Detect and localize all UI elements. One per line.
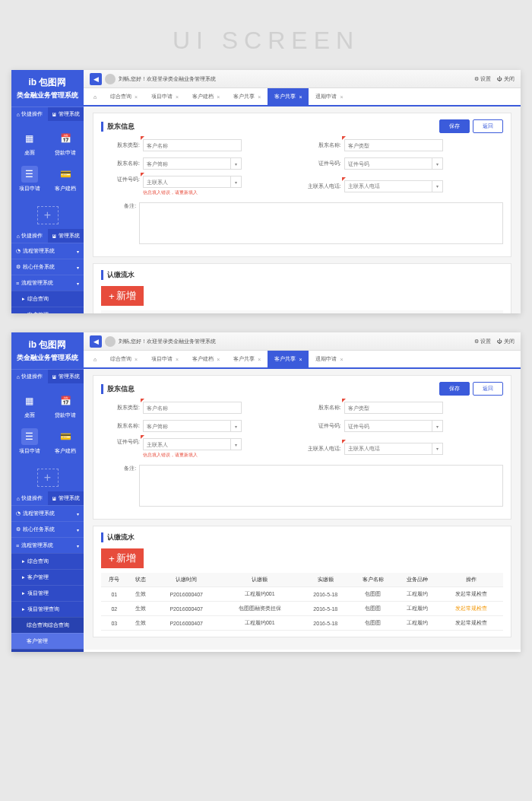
side-tab-mgmt-2[interactable]: 🖥管理系统 [48,491,84,505]
textarea-remark[interactable] [139,465,503,507]
close-icon[interactable]: × [258,94,261,100]
table-row[interactable]: 01生效P2016000407工程履约0012016-5-18包图图工程履约发起… [101,587,503,602]
icon-loan[interactable]: 📅贷款申请 [48,126,84,161]
tab-6[interactable]: 退期申请× [309,88,350,105]
menu-core[interactable]: ⚙核心任务系统▾ [11,521,84,537]
action-link[interactable]: 发起常规检查 [440,602,503,616]
action-link[interactable]: 发起常规检查 [440,616,503,631]
icon-loan[interactable]: 📅贷款申请 [48,388,84,424]
menu-process[interactable]: ◔流程管理系统▾ [11,505,84,521]
side-tab-quick[interactable]: ⌂快捷操作 [11,107,48,121]
close-icon[interactable]: × [217,357,220,362]
table-row[interactable]: 02生效P2016000407包图图融资类担保2016-5-18包图图工程履约发… [101,602,503,616]
back-button[interactable]: 返回 [473,382,503,396]
icon-project[interactable]: ☰项目申请 [11,161,48,197]
icon-desktop[interactable]: ▦桌面 [11,388,48,424]
tab-2[interactable]: 项目申请× [144,88,185,105]
close-icon[interactable]: × [340,357,343,362]
menu-process-mgmt[interactable]: ≡流程管理系统▾ [11,537,84,553]
menu-proj[interactable]: ▸项目管理 [11,585,84,601]
close-icon[interactable]: × [258,357,261,362]
close-link[interactable]: ⏻关闭 [497,338,515,345]
save-button[interactable]: 保存 [439,119,470,133]
back-button[interactable]: 返回 [473,119,503,133]
tab-4[interactable]: 客户共享× [226,351,268,367]
side-tab-mgmt-2[interactable]: 🖥管理系统 [48,229,84,243]
menu-core[interactable]: ⚙核心任务系统▾ [11,259,84,275]
tab-3[interactable]: 客户建档× [185,351,226,367]
tab-5[interactable]: 客户共享× [268,88,309,105]
settings-link[interactable]: ⚙设置 [474,338,491,345]
tab-1[interactable]: 综合查询× [103,88,144,105]
menu-process[interactable]: ◔流程管理系统▾ [11,243,84,259]
avatar[interactable] [105,74,116,84]
close-icon[interactable]: × [176,357,179,362]
tab-1[interactable]: 综合查询× [103,351,144,367]
close-icon[interactable]: × [340,94,343,100]
input-short[interactable] [143,420,231,432]
action-link[interactable]: 发起常规检查 [440,587,503,602]
chevron-down-icon[interactable]: ▾ [432,157,443,170]
chevron-down-icon[interactable]: ▾ [231,420,242,432]
tab-5[interactable]: 客户共享× [268,351,309,367]
side-tab-mgmt[interactable]: 🖥管理系统 [48,107,84,121]
tab-6[interactable]: 退期申请× [309,351,350,367]
home-button[interactable]: ◀ [90,73,102,85]
close-icon[interactable]: × [217,94,220,100]
home-button[interactable]: ◀ [90,335,102,348]
close-icon[interactable]: × [176,94,179,100]
menu-cust[interactable]: ▸客户管理 [11,307,84,313]
close-icon[interactable]: × [299,94,302,100]
input-short[interactable] [143,157,231,170]
icon-desktop[interactable]: ▦桌面 [11,126,48,161]
menu-cust[interactable]: ▸客户管理 [11,569,84,585]
add-shortcut[interactable]: + [37,469,59,487]
icon-customer[interactable]: 💳客户建档 [48,424,84,459]
chevron-down-icon[interactable]: ▾ [432,180,443,192]
menu-query[interactable]: ▸综合查询 [11,553,84,569]
chevron-down-icon[interactable]: ▾ [231,176,242,188]
input-cert[interactable] [344,157,432,170]
table-row[interactable]: 03生效P2016000407工程履约0012016-5-18包图图工程履约发起… [101,616,503,631]
side-tab-quick[interactable]: ⌂快捷操作 [11,370,48,383]
menu-projapply[interactable]: 项目申请查询 [11,649,84,652]
textarea-remark[interactable] [139,202,503,244]
settings-link[interactable]: ⚙设置 [474,75,491,83]
avatar[interactable] [105,336,116,347]
close-icon[interactable]: × [299,357,302,362]
menu-process-mgmt[interactable]: ≡流程管理系统▾ [11,275,84,291]
chevron-down-icon[interactable]: ▾ [432,420,443,432]
chevron-down-icon[interactable]: ▾ [231,157,242,170]
input-phone[interactable] [344,443,432,455]
input-cert[interactable] [344,420,432,432]
menu-query[interactable]: ▸综合查询 [11,291,84,307]
input-name[interactable] [344,139,443,151]
tab-3[interactable]: 客户建档× [185,88,226,105]
close-icon[interactable]: × [135,357,138,362]
menu-projq[interactable]: ▸项目管理查询 [11,601,84,617]
tab-4[interactable]: 客户共享× [226,88,268,105]
save-button[interactable]: 保存 [439,382,470,396]
input-phone[interactable] [344,180,432,192]
chevron-down-icon[interactable]: ▾ [231,438,242,450]
tab-home[interactable]: ⌂ [87,351,103,367]
input-type[interactable] [143,139,242,151]
menu-cust-active[interactable]: 客户管理 [11,633,84,649]
side-tab-mgmt[interactable]: 🖥管理系统 [48,370,84,383]
add-shortcut[interactable]: + [37,206,59,224]
menu-combined[interactable]: 综合查询综合查询 [11,617,84,633]
input-name[interactable] [344,402,443,414]
add-button[interactable]: +新增 [101,548,144,568]
input-contact[interactable] [143,176,231,188]
icon-project[interactable]: ☰项目申请 [11,424,48,459]
add-button[interactable]: +新增 [101,286,144,306]
chevron-down-icon[interactable]: ▾ [432,443,443,455]
close-icon[interactable]: × [135,94,138,100]
side-tab-quick-2[interactable]: ⌂快捷操作 [11,491,48,505]
close-link[interactable]: ⏻关闭 [497,75,515,83]
tab-home[interactable]: ⌂ [87,88,103,105]
input-contact[interactable] [143,438,231,450]
tab-2[interactable]: 项目申请× [144,351,185,367]
side-tab-quick-2[interactable]: ⌂快捷操作 [11,229,48,243]
icon-customer[interactable]: 💳客户建档 [48,161,84,197]
